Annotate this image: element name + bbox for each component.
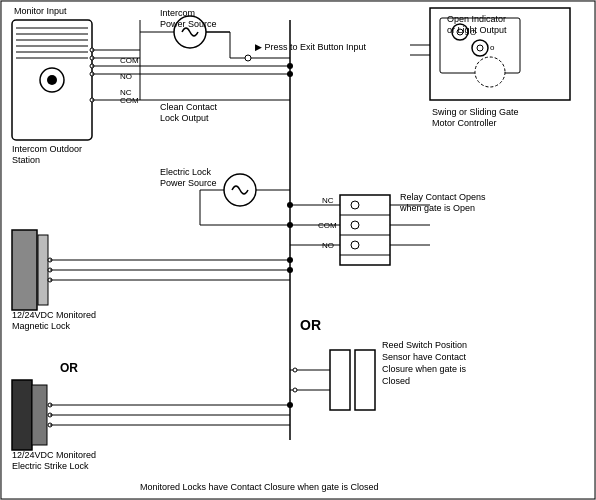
svg-text:Monitored Locks have Contact C: Monitored Locks have Contact Closure whe… — [140, 482, 379, 492]
svg-text:Relay Contact Opens: Relay Contact Opens — [400, 192, 486, 202]
svg-text:Magnetic Lock: Magnetic Lock — [12, 321, 71, 331]
svg-text:Reed Switch Position: Reed Switch Position — [382, 340, 467, 350]
svg-text:Power Source: Power Source — [160, 19, 217, 29]
svg-point-102 — [287, 257, 293, 263]
svg-text:Swing or Sliding Gate: Swing or Sliding Gate — [432, 107, 519, 117]
svg-text:OR: OR — [300, 317, 321, 333]
svg-text:NO: NO — [322, 241, 334, 250]
svg-point-86 — [293, 388, 297, 392]
svg-text:Lock Output: Lock Output — [160, 113, 209, 123]
svg-rect-81 — [330, 350, 350, 410]
svg-text:NC: NC — [322, 196, 334, 205]
svg-text:Clean Contact: Clean Contact — [160, 102, 218, 112]
wiring-diagram: Monitor Input COM NO NC COM — [0, 0, 596, 500]
svg-text:o: o — [490, 43, 495, 52]
svg-point-26 — [245, 55, 251, 61]
svg-text:or Light Output: or Light Output — [447, 25, 507, 35]
svg-point-53 — [351, 201, 359, 209]
svg-text:Sensor have Contact: Sensor have Contact — [382, 352, 467, 362]
svg-text:Power Source: Power Source — [160, 178, 217, 188]
svg-text:Intercom: Intercom — [160, 8, 195, 18]
svg-point-104 — [287, 402, 293, 408]
svg-text:Electric Strike Lock: Electric Strike Lock — [12, 461, 89, 471]
svg-text:Motor Controller: Motor Controller — [432, 118, 497, 128]
svg-point-98 — [287, 63, 293, 69]
svg-rect-70 — [12, 230, 37, 310]
svg-rect-71 — [38, 235, 48, 305]
svg-text:Open Indicator: Open Indicator — [447, 14, 506, 24]
svg-point-43 — [477, 45, 483, 51]
svg-point-101 — [287, 222, 293, 228]
svg-point-55 — [351, 241, 359, 249]
svg-point-54 — [351, 221, 359, 229]
svg-text:12/24VDC Monitored: 12/24VDC Monitored — [12, 310, 96, 320]
svg-rect-87 — [12, 380, 32, 450]
svg-point-103 — [287, 267, 293, 273]
svg-text:Station: Station — [12, 155, 40, 165]
svg-text:Closed: Closed — [382, 376, 410, 386]
svg-text:Electric Lock: Electric Lock — [160, 167, 212, 177]
svg-text:▶ Press to Exit Button Input: ▶ Press to Exit Button Input — [255, 42, 367, 52]
monitor-input-label: Monitor Input — [14, 6, 67, 16]
svg-rect-82 — [355, 350, 375, 410]
svg-point-85 — [293, 368, 297, 372]
svg-text:Intercom Outdoor: Intercom Outdoor — [12, 144, 82, 154]
svg-point-46 — [475, 57, 505, 87]
svg-rect-88 — [32, 385, 47, 445]
svg-text:when gate is Open: when gate is Open — [399, 203, 475, 213]
svg-text:COM: COM — [120, 96, 139, 105]
svg-text:12/24VDC Monitored: 12/24VDC Monitored — [12, 450, 96, 460]
svg-point-100 — [287, 202, 293, 208]
svg-text:NO: NO — [120, 72, 132, 81]
svg-text:Closure when gate is: Closure when gate is — [382, 364, 467, 374]
svg-point-9 — [47, 75, 57, 85]
svg-text:COM: COM — [120, 56, 139, 65]
svg-text:OR: OR — [60, 361, 78, 375]
svg-text:COM: COM — [318, 221, 337, 230]
svg-point-99 — [287, 71, 293, 77]
